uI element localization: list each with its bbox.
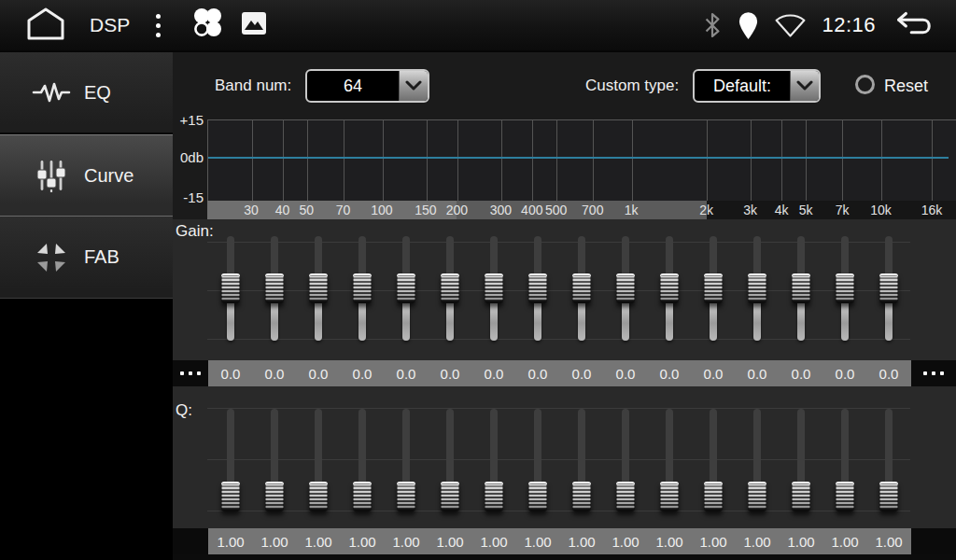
q-slider-knob[interactable]	[836, 482, 854, 511]
q-slider-knob[interactable]	[221, 482, 240, 511]
q-value: 1.00	[524, 534, 551, 550]
q-slider-knob[interactable]	[441, 482, 459, 511]
gain-slider[interactable]	[528, 236, 547, 341]
gain-slider[interactable]	[309, 236, 328, 341]
eq-wave-icon	[32, 77, 71, 107]
sidebar-item-fab[interactable]: FAB	[0, 217, 173, 299]
q-slider-knob[interactable]	[485, 482, 503, 511]
gain-slider-knob[interactable]	[265, 273, 284, 303]
gain-slider[interactable]	[704, 236, 723, 341]
q-slider[interactable]	[836, 409, 854, 511]
slider-track-lower	[885, 301, 893, 341]
freq-tick-label: 4k	[775, 203, 789, 217]
gain-more-left-button[interactable]	[173, 360, 208, 386]
gain-slider-knob[interactable]	[528, 273, 547, 303]
custom-type-dropdown[interactable]: Default:	[693, 69, 821, 103]
slider-track-lower	[446, 301, 454, 341]
q-slider[interactable]	[397, 409, 415, 511]
gain-slider-knob[interactable]	[748, 273, 766, 303]
back-icon[interactable]	[891, 11, 941, 39]
q-value-row: 1.001.001.001.001.001.001.001.001.001.00…	[173, 528, 956, 554]
gain-slider[interactable]	[441, 236, 459, 341]
q-slider[interactable]	[309, 409, 328, 511]
gain-slider[interactable]	[221, 236, 240, 341]
gain-slider-knob[interactable]	[221, 273, 240, 303]
q-slider[interactable]	[616, 409, 635, 511]
gain-slider-knob[interactable]	[397, 273, 415, 303]
q-slider-knob[interactable]	[792, 482, 810, 511]
gain-slider-knob[interactable]	[353, 273, 372, 303]
q-slider-knob[interactable]	[572, 482, 591, 511]
gain-slider[interactable]	[660, 236, 679, 341]
q-slider-knob[interactable]	[616, 482, 635, 511]
q-slider-knob[interactable]	[704, 482, 723, 511]
custom-type-dropdown-button[interactable]	[790, 71, 819, 101]
sidebar-item-curve[interactable]: Curve	[0, 134, 173, 217]
sidebar-item-eq[interactable]: EQ	[0, 52, 173, 134]
gain-slider[interactable]	[616, 236, 635, 341]
q-slider[interactable]	[353, 409, 372, 511]
q-slider-knob[interactable]	[265, 482, 284, 511]
home-button[interactable]	[24, 6, 67, 45]
q-slider[interactable]	[221, 409, 240, 511]
gain-slider[interactable]	[397, 236, 415, 341]
grid-line	[593, 120, 594, 201]
q-slider[interactable]	[485, 409, 503, 511]
freq-tick-label: 30	[244, 203, 259, 217]
q-slider[interactable]	[704, 409, 723, 511]
gain-slider-knob[interactable]	[441, 273, 459, 303]
gain-slider[interactable]	[265, 236, 284, 341]
freq-tick-label: 2k	[699, 203, 713, 217]
q-slider[interactable]	[265, 409, 284, 511]
q-slider-knob[interactable]	[353, 482, 372, 511]
curve-page: Band num: 64 Custom type: Default: Reset…	[173, 52, 956, 560]
band-num-dropdown-button[interactable]	[399, 71, 428, 101]
q-value: 1.00	[348, 534, 375, 550]
q-slider-knob[interactable]	[879, 482, 898, 511]
q-value: 1.00	[436, 534, 463, 550]
gain-slider-knob[interactable]	[572, 273, 591, 303]
apps-clover-icon[interactable]	[189, 5, 226, 46]
gain-slider-knob[interactable]	[792, 273, 810, 303]
band-num-dropdown[interactable]: 64	[305, 69, 429, 103]
gain-slider[interactable]	[572, 236, 591, 341]
gain-value: 0.0	[748, 366, 767, 382]
gain-slider-knob[interactable]	[879, 273, 898, 303]
gain-slider-knob[interactable]	[309, 273, 328, 303]
gain-value: 0.0	[572, 366, 592, 382]
gain-more-right-button[interactable]	[911, 360, 956, 386]
band-num-label: Band num:	[215, 77, 291, 95]
gain-slider[interactable]	[485, 236, 503, 341]
gain-slider-knob[interactable]	[836, 273, 854, 303]
q-slider-knob[interactable]	[660, 482, 679, 511]
gain-slider-knob[interactable]	[704, 273, 723, 303]
q-slider[interactable]	[441, 409, 459, 511]
q-slider[interactable]	[748, 409, 766, 511]
q-slider-knob[interactable]	[748, 482, 766, 511]
gain-slider[interactable]	[792, 236, 810, 341]
y-axis-label-0db: 0db	[173, 149, 204, 165]
slider-track-lower	[753, 301, 761, 341]
q-slider[interactable]	[660, 409, 679, 511]
gain-slider-knob[interactable]	[485, 273, 503, 303]
gain-slider[interactable]	[879, 236, 898, 341]
q-slider[interactable]	[792, 409, 810, 511]
app-title: DSP	[90, 14, 130, 36]
q-slider[interactable]	[879, 409, 898, 511]
gain-slider[interactable]	[353, 236, 372, 341]
reset-radio[interactable]	[855, 75, 875, 94]
gain-slider-knob[interactable]	[660, 273, 679, 303]
location-icon	[738, 11, 759, 40]
q-slider[interactable]	[528, 409, 547, 511]
gain-slider[interactable]	[836, 236, 854, 341]
gain-slider-knob[interactable]	[616, 273, 635, 303]
q-slider-knob[interactable]	[309, 482, 328, 511]
menu-dots-icon[interactable]	[150, 8, 166, 43]
q-slider-knob[interactable]	[528, 482, 547, 511]
gain-slider[interactable]	[748, 236, 766, 341]
gallery-icon[interactable]	[241, 11, 267, 39]
gain-value: 0.0	[660, 366, 680, 382]
q-slider-knob[interactable]	[397, 482, 415, 511]
q-slider[interactable]	[572, 409, 591, 511]
sidebar-item-label: Curve	[84, 165, 134, 187]
